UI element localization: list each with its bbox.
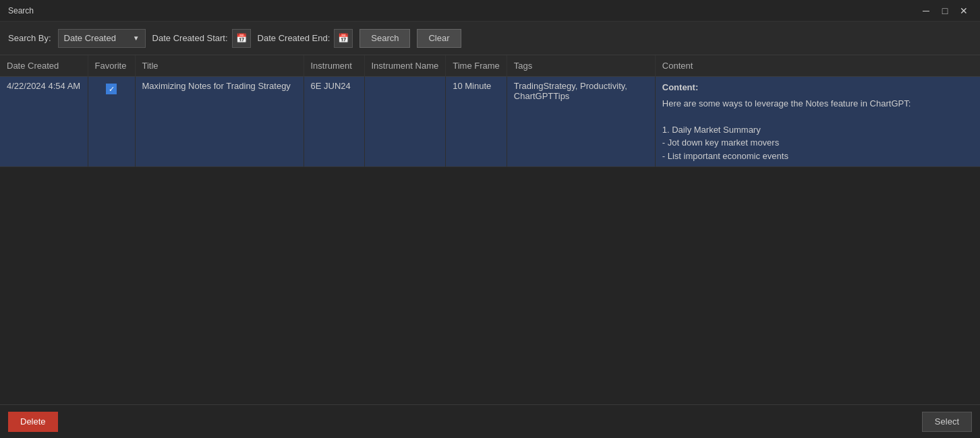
window-title: Search — [8, 6, 34, 15]
search-by-label: Search By: — [8, 33, 51, 43]
maximize-button[interactable]: □ — [937, 4, 953, 18]
cell-instrument: 6E JUN24 — [304, 77, 364, 167]
minimize-button[interactable]: ─ — [918, 4, 934, 18]
calendar-end-icon: 📅 — [338, 33, 349, 43]
col-header-favorite: Favorite — [88, 55, 135, 77]
date-start-label: Date Created Start: — [152, 33, 228, 43]
search-by-value: Date Created — [64, 33, 116, 43]
content-title: Content: — [662, 81, 973, 94]
chevron-down-icon: ▼ — [133, 34, 140, 42]
cell-title: Maximizing Notes for Trading Strategy — [135, 77, 304, 167]
title-bar: Search ─ □ ✕ — [0, 0, 980, 22]
results-table: Date Created Favorite Title Instrument I… — [0, 55, 980, 167]
col-header-tags: Tags — [507, 55, 655, 77]
date-start-group: Date Created Start: 📅 — [152, 29, 251, 48]
cell-date-created: 4/22/2024 4:54 AM — [0, 77, 88, 167]
delete-button[interactable]: Delete — [8, 412, 58, 432]
select-button[interactable]: Select — [922, 412, 972, 432]
close-button[interactable]: ✕ — [956, 4, 972, 18]
results-table-container: Date Created Favorite Title Instrument I… — [0, 55, 980, 404]
table-row[interactable]: 4/22/2024 4:54 AMMaximizing Notes for Tr… — [0, 77, 980, 167]
date-end-label: Date Created End: — [258, 33, 330, 43]
col-header-content: Content — [655, 55, 980, 77]
col-header-instrument: Instrument — [304, 55, 364, 77]
favorite-checkbox[interactable] — [106, 84, 117, 94]
content-body: Here are some ways to leverage the Notes… — [662, 97, 973, 163]
date-end-group: Date Created End: 📅 — [258, 29, 353, 48]
cell-instrument-name — [364, 77, 446, 167]
search-by-dropdown[interactable]: Date Created ▼ — [58, 29, 146, 48]
search-button[interactable]: Search — [359, 29, 410, 48]
date-start-picker[interactable]: 📅 — [232, 29, 251, 48]
search-toolbar: Search By: Date Created ▼ Date Created S… — [0, 22, 980, 55]
calendar-start-icon: 📅 — [236, 33, 247, 43]
cell-content: Content:Here are some ways to leverage t… — [655, 77, 980, 167]
clear-button[interactable]: Clear — [417, 29, 461, 48]
footer: Delete Select — [0, 404, 980, 438]
col-header-title: Title — [135, 55, 304, 77]
cell-tags: TradingStrategy, Productivity, ChartGPTT… — [507, 77, 655, 167]
table-header-row: Date Created Favorite Title Instrument I… — [0, 55, 980, 77]
cell-time-frame: 10 Minute — [446, 77, 507, 167]
cell-favorite[interactable] — [88, 77, 135, 167]
col-header-date-created: Date Created — [0, 55, 88, 77]
col-header-time-frame: Time Frame — [446, 55, 507, 77]
col-header-instrument-name: Instrument Name — [364, 55, 446, 77]
window-controls: ─ □ ✕ — [918, 4, 972, 18]
date-end-picker[interactable]: 📅 — [334, 29, 353, 48]
